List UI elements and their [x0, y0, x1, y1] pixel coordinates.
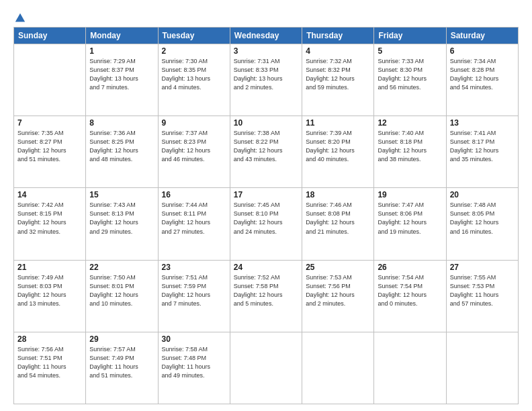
day-number: 2	[162, 46, 226, 56]
day-number: 16	[162, 190, 226, 199]
day-info: Sunrise: 7:55 AM Sunset: 7:53 PM Dayligh…	[450, 273, 515, 308]
day-info: Sunrise: 7:58 AM Sunset: 7:48 PM Dayligh…	[162, 345, 226, 380]
day-number: 10	[234, 118, 298, 128]
day-number: 7	[17, 118, 82, 128]
calendar-cell	[446, 332, 518, 404]
calendar-cell: 13Sunrise: 7:41 AM Sunset: 8:17 PM Dayli…	[446, 116, 518, 188]
day-info: Sunrise: 7:45 AM Sunset: 8:10 PM Dayligh…	[234, 201, 298, 236]
day-info: Sunrise: 7:34 AM Sunset: 8:28 PM Dayligh…	[450, 57, 515, 92]
day-number: 11	[306, 118, 370, 128]
calendar-cell: 20Sunrise: 7:48 AM Sunset: 8:05 PM Dayli…	[446, 188, 518, 260]
day-number: 15	[89, 190, 154, 199]
day-number: 17	[234, 190, 298, 199]
day-number: 9	[162, 118, 226, 128]
calendar-cell: 1Sunrise: 7:29 AM Sunset: 8:37 PM Daylig…	[86, 44, 158, 116]
day-info: Sunrise: 7:47 AM Sunset: 8:06 PM Dayligh…	[378, 201, 442, 236]
logo	[13, 12, 26, 21]
day-number: 18	[306, 190, 370, 199]
day-number: 4	[306, 46, 370, 56]
calendar-cell: 28Sunrise: 7:56 AM Sunset: 7:51 PM Dayli…	[14, 332, 86, 404]
calendar-cell	[302, 332, 374, 404]
day-number: 21	[17, 263, 82, 272]
day-info: Sunrise: 7:38 AM Sunset: 8:22 PM Dayligh…	[234, 129, 298, 164]
day-number: 12	[378, 118, 442, 128]
day-number: 28	[17, 334, 82, 344]
day-info: Sunrise: 7:31 AM Sunset: 8:33 PM Dayligh…	[234, 57, 298, 92]
day-number: 1	[89, 46, 154, 56]
svg-marker-0	[15, 13, 25, 22]
day-number: 29	[89, 334, 154, 344]
day-number: 24	[234, 263, 298, 272]
day-number: 5	[378, 46, 442, 56]
weekday-header-sunday: Sunday	[14, 28, 86, 44]
calendar-cell: 27Sunrise: 7:55 AM Sunset: 7:53 PM Dayli…	[446, 260, 518, 332]
weekday-header-tuesday: Tuesday	[158, 28, 230, 44]
calendar-cell: 26Sunrise: 7:54 AM Sunset: 7:54 PM Dayli…	[374, 260, 446, 332]
day-info: Sunrise: 7:44 AM Sunset: 8:11 PM Dayligh…	[162, 201, 226, 236]
day-number: 30	[162, 334, 226, 344]
page: SundayMondayTuesdayWednesdayThursdayFrid…	[0, 0, 532, 411]
calendar-cell: 14Sunrise: 7:42 AM Sunset: 8:15 PM Dayli…	[14, 188, 86, 260]
calendar-cell: 8Sunrise: 7:36 AM Sunset: 8:25 PM Daylig…	[86, 116, 158, 188]
calendar-cell: 24Sunrise: 7:52 AM Sunset: 7:58 PM Dayli…	[230, 260, 302, 332]
day-info: Sunrise: 7:48 AM Sunset: 8:05 PM Dayligh…	[450, 201, 515, 236]
day-number: 26	[378, 263, 442, 272]
week-row-5: 28Sunrise: 7:56 AM Sunset: 7:51 PM Dayli…	[14, 332, 519, 404]
day-info: Sunrise: 7:30 AM Sunset: 8:35 PM Dayligh…	[162, 57, 226, 92]
calendar-cell: 4Sunrise: 7:32 AM Sunset: 8:32 PM Daylig…	[302, 44, 374, 116]
calendar-cell: 18Sunrise: 7:46 AM Sunset: 8:08 PM Dayli…	[302, 188, 374, 260]
day-info: Sunrise: 7:51 AM Sunset: 7:59 PM Dayligh…	[162, 273, 226, 308]
day-number: 13	[450, 118, 515, 128]
calendar-cell: 6Sunrise: 7:34 AM Sunset: 8:28 PM Daylig…	[446, 44, 518, 116]
day-info: Sunrise: 7:52 AM Sunset: 7:58 PM Dayligh…	[234, 273, 298, 308]
day-info: Sunrise: 7:40 AM Sunset: 8:18 PM Dayligh…	[378, 129, 442, 164]
calendar-cell: 23Sunrise: 7:51 AM Sunset: 7:59 PM Dayli…	[158, 260, 230, 332]
day-number: 3	[234, 46, 298, 56]
calendar-cell: 30Sunrise: 7:58 AM Sunset: 7:48 PM Dayli…	[158, 332, 230, 404]
day-info: Sunrise: 7:33 AM Sunset: 8:30 PM Dayligh…	[378, 57, 442, 92]
day-info: Sunrise: 7:37 AM Sunset: 8:23 PM Dayligh…	[162, 129, 226, 164]
day-info: Sunrise: 7:43 AM Sunset: 8:13 PM Dayligh…	[89, 201, 154, 236]
weekday-header-thursday: Thursday	[302, 28, 374, 44]
day-number: 8	[89, 118, 154, 128]
calendar-cell: 3Sunrise: 7:31 AM Sunset: 8:33 PM Daylig…	[230, 44, 302, 116]
day-info: Sunrise: 7:39 AM Sunset: 8:20 PM Dayligh…	[306, 129, 370, 164]
calendar-cell: 9Sunrise: 7:37 AM Sunset: 8:23 PM Daylig…	[158, 116, 230, 188]
day-info: Sunrise: 7:35 AM Sunset: 8:27 PM Dayligh…	[17, 129, 82, 164]
day-info: Sunrise: 7:53 AM Sunset: 7:56 PM Dayligh…	[306, 273, 370, 308]
weekday-header-saturday: Saturday	[446, 28, 518, 44]
logo-icon	[14, 12, 26, 24]
week-row-1: 1Sunrise: 7:29 AM Sunset: 8:37 PM Daylig…	[14, 44, 519, 116]
day-number: 23	[162, 263, 226, 272]
day-info: Sunrise: 7:36 AM Sunset: 8:25 PM Dayligh…	[89, 129, 154, 164]
day-info: Sunrise: 7:32 AM Sunset: 8:32 PM Dayligh…	[306, 57, 370, 92]
day-info: Sunrise: 7:49 AM Sunset: 8:03 PM Dayligh…	[17, 273, 82, 308]
calendar-cell: 16Sunrise: 7:44 AM Sunset: 8:11 PM Dayli…	[158, 188, 230, 260]
weekday-header-monday: Monday	[86, 28, 158, 44]
calendar-cell: 12Sunrise: 7:40 AM Sunset: 8:18 PM Dayli…	[374, 116, 446, 188]
day-number: 27	[450, 263, 515, 272]
calendar-cell: 15Sunrise: 7:43 AM Sunset: 8:13 PM Dayli…	[86, 188, 158, 260]
day-info: Sunrise: 7:50 AM Sunset: 8:01 PM Dayligh…	[89, 273, 154, 308]
weekday-header-friday: Friday	[374, 28, 446, 44]
week-row-3: 14Sunrise: 7:42 AM Sunset: 8:15 PM Dayli…	[14, 188, 519, 260]
calendar-cell	[230, 332, 302, 404]
day-info: Sunrise: 7:29 AM Sunset: 8:37 PM Dayligh…	[89, 57, 154, 92]
calendar-cell: 25Sunrise: 7:53 AM Sunset: 7:56 PM Dayli…	[302, 260, 374, 332]
week-row-2: 7Sunrise: 7:35 AM Sunset: 8:27 PM Daylig…	[14, 116, 519, 188]
calendar-cell	[14, 44, 86, 116]
calendar-cell	[374, 332, 446, 404]
day-number: 20	[450, 190, 515, 199]
day-info: Sunrise: 7:56 AM Sunset: 7:51 PM Dayligh…	[17, 345, 82, 380]
calendar-cell: 7Sunrise: 7:35 AM Sunset: 8:27 PM Daylig…	[14, 116, 86, 188]
day-number: 25	[306, 263, 370, 272]
day-info: Sunrise: 7:42 AM Sunset: 8:15 PM Dayligh…	[17, 201, 82, 236]
calendar-cell: 2Sunrise: 7:30 AM Sunset: 8:35 PM Daylig…	[158, 44, 230, 116]
day-number: 19	[378, 190, 442, 199]
day-number: 6	[450, 46, 515, 56]
day-info: Sunrise: 7:41 AM Sunset: 8:17 PM Dayligh…	[450, 129, 515, 164]
day-info: Sunrise: 7:46 AM Sunset: 8:08 PM Dayligh…	[306, 201, 370, 236]
day-info: Sunrise: 7:54 AM Sunset: 7:54 PM Dayligh…	[378, 273, 442, 308]
calendar-cell: 19Sunrise: 7:47 AM Sunset: 8:06 PM Dayli…	[374, 188, 446, 260]
day-number: 22	[89, 263, 154, 272]
